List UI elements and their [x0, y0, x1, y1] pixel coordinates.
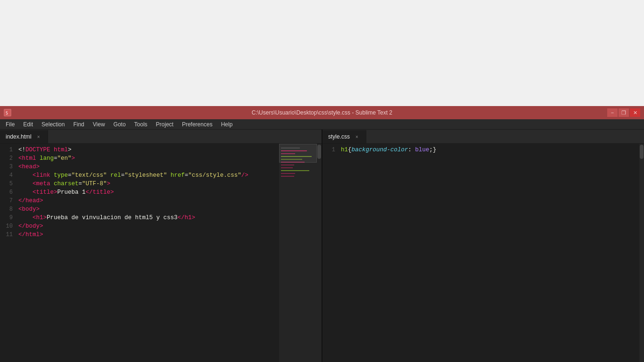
code-line-6: <title>Prueba 1</title>	[18, 188, 279, 197]
svg-rect-9	[281, 167, 293, 168]
line-numbers-right: 1	[322, 144, 339, 362]
code-line-2: <html lang="en">	[18, 154, 279, 163]
code-line-3: <head>	[18, 163, 279, 171]
tab-close-style-css[interactable]: ×	[354, 133, 360, 140]
svg-rect-8	[281, 165, 294, 165]
menu-project[interactable]: Project	[152, 120, 177, 129]
close-button[interactable]: ✕	[630, 108, 640, 117]
code-area-left[interactable]: 1 2 3 4 5 6 7 8 9 10 11 <!DOCTYPE html> …	[0, 144, 322, 362]
tab-label-index-html: index.html	[6, 133, 32, 140]
line-num-5: 5	[0, 180, 13, 188]
code-line-9: <h1>Prueba de vinvulacion de html5 y css…	[18, 214, 279, 222]
tab-close-index-html[interactable]: ×	[35, 133, 42, 140]
code-line-4: <link type="text/css" rel="stylesheet" h…	[18, 171, 279, 180]
window-title: C:\Users\Usuario\Desktop\css\style.css -…	[252, 109, 393, 116]
menu-file[interactable]: File	[2, 120, 18, 129]
menu-find[interactable]: Find	[69, 120, 88, 129]
scrollbar-thumb-left[interactable]	[317, 145, 321, 159]
editor-container: index.html × 1 2 3 4 5 6 7 8 9 10 11 <!D…	[0, 130, 644, 362]
minimap-left	[279, 144, 317, 362]
code-line-5: <meta charset="UTF-8">	[18, 180, 279, 188]
pane-left: index.html × 1 2 3 4 5 6 7 8 9 10 11 <!D…	[0, 130, 322, 362]
code-line-10: </body>	[18, 222, 279, 230]
code-line-1: <!DOCTYPE html>	[18, 146, 279, 154]
menu-goto[interactable]: Goto	[110, 120, 130, 129]
menu-view[interactable]: View	[89, 120, 109, 129]
tab-bar-right: style.css ×	[322, 130, 644, 144]
scrollbar-right[interactable]	[639, 144, 644, 362]
svg-rect-11	[281, 173, 295, 174]
line-num-10: 10	[0, 222, 13, 230]
svg-rect-10	[281, 170, 309, 171]
scrollbar-left[interactable]	[317, 144, 322, 362]
scrollbar-thumb-right[interactable]	[640, 145, 644, 159]
title-bar-left: S	[4, 109, 11, 116]
minimap-viewport-left	[279, 144, 317, 163]
line-num-1: 1	[0, 146, 13, 154]
line-num-8: 8	[0, 205, 13, 214]
svg-text:S: S	[6, 111, 8, 115]
pane-right: style.css × 1 h1{background-color: blue;…	[322, 130, 644, 362]
line-num-9: 9	[0, 214, 13, 222]
line-num-6: 6	[0, 188, 13, 197]
tab-style-css[interactable]: style.css ×	[322, 130, 366, 143]
restore-button[interactable]: ❐	[619, 108, 629, 117]
line-num-4: 4	[0, 171, 13, 180]
code-content-left[interactable]: <!DOCTYPE html> <html lang="en"> <head> …	[17, 144, 279, 362]
minimize-button[interactable]: −	[607, 108, 618, 117]
tab-bar-left: index.html ×	[0, 130, 322, 144]
menu-help[interactable]: Help	[217, 120, 237, 129]
line-num-11: 11	[0, 230, 13, 239]
code-line-11: </html>	[18, 230, 279, 239]
line-numbers-left: 1 2 3 4 5 6 7 8 9 10 11	[0, 144, 17, 362]
menu-edit[interactable]: Edit	[19, 120, 37, 129]
line-num-right-1: 1	[322, 146, 335, 154]
line-num-3: 3	[0, 163, 13, 171]
window-controls: − ❐ ✕	[607, 108, 640, 117]
app-icon: S	[4, 109, 11, 116]
code-area-right[interactable]: 1 h1{background-color: blue;}	[322, 144, 644, 362]
code-line-css-1: h1{background-color: blue;}	[341, 146, 639, 154]
line-num-7: 7	[0, 197, 13, 205]
menu-preferences[interactable]: Preferences	[178, 120, 216, 129]
code-line-8: <body>	[18, 205, 279, 214]
tab-index-html[interactable]: index.html ×	[0, 130, 48, 143]
line-num-2: 2	[0, 154, 13, 163]
tab-label-style-css: style.css	[328, 133, 350, 140]
svg-rect-12	[281, 176, 294, 177]
desktop-background	[0, 0, 644, 106]
menu-selection[interactable]: Selection	[38, 120, 68, 129]
code-content-right[interactable]: h1{background-color: blue;}	[339, 144, 639, 362]
menu-tools[interactable]: Tools	[131, 120, 151, 129]
menu-bar: File Edit Selection Find View Goto Tools…	[0, 119, 644, 130]
title-bar: S C:\Users\Usuario\Desktop\css\style.css…	[0, 106, 644, 119]
code-line-7: </head>	[18, 197, 279, 205]
